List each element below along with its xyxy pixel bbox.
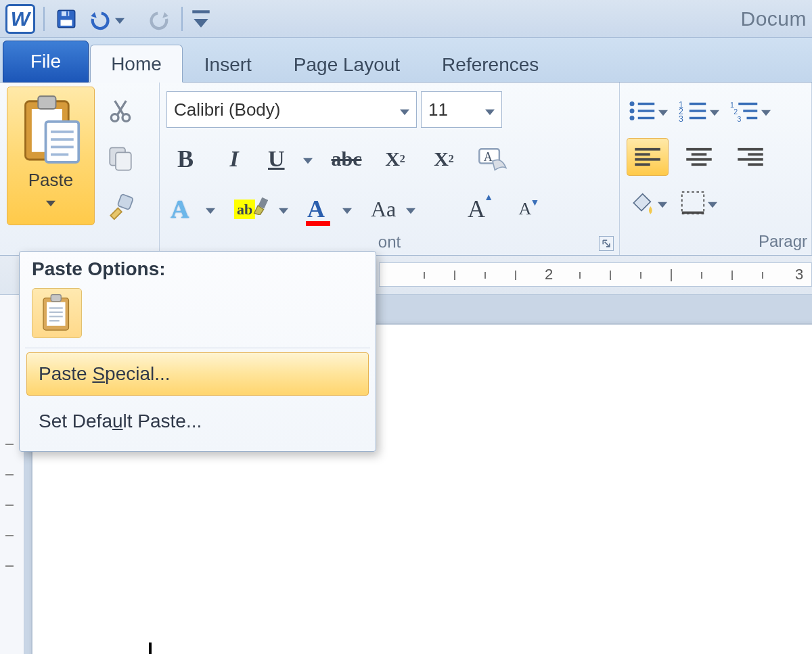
group-paragraph: 1 2 3 1 2 3 — [620, 83, 812, 255]
svg-point-25 — [630, 116, 635, 120]
paste-label: Paste — [28, 170, 74, 191]
group-label-font: ont — [378, 233, 401, 252]
svg-rect-30 — [690, 110, 706, 112]
customize-icon — [191, 7, 211, 30]
font-dialog-launcher[interactable] — [599, 236, 614, 251]
group-font: Calibri (Body) 11 B I U abc X2 X2 A — [160, 83, 620, 255]
tab-home[interactable]: Home — [90, 45, 183, 83]
svg-rect-41 — [635, 158, 660, 161]
customize-qat-button[interactable] — [191, 5, 211, 32]
numbering-icon: 1 2 3 — [679, 99, 707, 123]
bullets-split-button[interactable] — [627, 92, 669, 130]
svg-rect-3 — [66, 11, 68, 16]
svg-text:3: 3 — [738, 115, 742, 123]
svg-rect-28 — [690, 103, 706, 106]
svg-rect-22 — [638, 103, 655, 106]
chevron-down-icon — [342, 200, 352, 218]
chevron-down-icon — [206, 200, 215, 218]
horizontal-ruler[interactable]: 2 3 — [379, 262, 812, 287]
tab-page-layout[interactable]: Page Layout — [273, 46, 420, 83]
svg-rect-8 — [46, 122, 79, 162]
shrink-font-button[interactable]: A▼ — [506, 190, 544, 228]
menu-item-paste-special[interactable]: Paste Special... — [26, 352, 369, 396]
clear-formatting-button[interactable]: A — [474, 140, 512, 178]
font-name-combo[interactable]: Calibri (Body) — [166, 91, 417, 128]
font-color-split-button[interactable]: A — [303, 190, 356, 228]
ribbon-tabs: File Home Insert Page Layout References — [0, 38, 812, 83]
shading-split-button[interactable] — [627, 184, 669, 222]
chevron-down-icon — [658, 193, 667, 212]
chevron-down-icon — [761, 101, 771, 120]
clear-formatting-icon: A — [477, 145, 508, 172]
tab-file[interactable]: File — [3, 41, 89, 83]
align-center-button[interactable] — [678, 138, 720, 176]
qat-separator — [181, 7, 183, 31]
highlight-split-button[interactable]: ab — [230, 190, 292, 228]
multilevel-list-split-button[interactable]: 1 2 3 — [729, 92, 771, 130]
italic-button[interactable]: I — [215, 140, 253, 178]
chevron-down-icon — [708, 193, 717, 212]
copy-button[interactable] — [100, 141, 141, 176]
ribbon: Paste — [0, 83, 812, 256]
svg-rect-36 — [743, 110, 757, 112]
chevron-down-icon — [658, 101, 668, 120]
group-clipboard: Paste — [0, 83, 160, 255]
chevron-down-icon — [485, 99, 495, 120]
svg-rect-55 — [51, 295, 61, 302]
svg-rect-16 — [116, 152, 131, 170]
group-label-paragraph: Paragr — [759, 232, 807, 251]
svg-rect-46 — [692, 163, 707, 166]
font-size-value: 11 — [428, 99, 448, 120]
cut-button[interactable] — [100, 93, 141, 129]
tab-insert[interactable]: Insert — [184, 46, 272, 83]
svg-point-21 — [630, 101, 635, 106]
svg-rect-17 — [118, 194, 133, 210]
redo-button[interactable] — [146, 5, 173, 32]
tab-references[interactable]: References — [422, 46, 559, 83]
chevron-down-icon — [279, 200, 288, 218]
paste-option-keep-text[interactable] — [32, 288, 82, 338]
superscript-button[interactable]: X2 — [425, 140, 463, 178]
svg-rect-4 — [192, 10, 210, 13]
svg-rect-49 — [738, 158, 763, 161]
svg-rect-32 — [690, 117, 706, 120]
word-app-icon: W — [5, 4, 35, 34]
paintbrush-icon — [106, 191, 135, 220]
save-button[interactable] — [53, 5, 80, 32]
svg-rect-44 — [692, 153, 707, 156]
borders-split-button[interactable] — [678, 184, 720, 222]
svg-rect-40 — [635, 153, 650, 156]
svg-rect-34 — [738, 103, 757, 106]
subscript-button[interactable]: X2 — [376, 140, 414, 178]
font-size-combo[interactable]: 11 — [421, 91, 502, 128]
chevron-down-icon — [400, 99, 409, 120]
change-case-split-button[interactable]: Aa — [367, 190, 420, 228]
bullets-icon — [627, 99, 656, 123]
qat-separator — [43, 7, 45, 31]
text-effects-split-button[interactable]: A — [166, 190, 219, 228]
numbering-split-button[interactable]: 1 2 3 — [678, 92, 720, 130]
highlighter-icon — [252, 196, 268, 215]
svg-rect-26 — [638, 117, 655, 120]
ruler-number: 2 — [545, 266, 553, 283]
chevron-down-icon — [303, 150, 313, 168]
paste-split-button[interactable]: Paste — [7, 87, 95, 225]
paste-options-menu: Paste Options: Paste Special... Set Defa… — [19, 251, 376, 452]
svg-rect-48 — [748, 153, 763, 156]
svg-rect-54 — [47, 302, 66, 326]
align-right-button[interactable] — [729, 138, 771, 176]
svg-rect-47 — [738, 148, 763, 151]
bold-button[interactable]: B — [166, 140, 204, 178]
clipboard-small-icon — [39, 293, 74, 333]
strikethrough-button[interactable]: abc — [328, 140, 365, 178]
underline-split-button[interactable]: U — [264, 140, 317, 178]
borders-icon — [681, 191, 705, 215]
svg-rect-39 — [635, 148, 660, 151]
format-painter-button[interactable] — [100, 188, 141, 223]
align-left-button[interactable] — [627, 138, 669, 176]
undo-split-button[interactable] — [88, 5, 138, 32]
text-cursor — [149, 643, 152, 654]
svg-rect-45 — [686, 158, 712, 161]
menu-item-set-default-paste[interactable]: Set Default Paste... — [26, 400, 369, 443]
grow-font-button[interactable]: A▲ — [457, 190, 495, 228]
